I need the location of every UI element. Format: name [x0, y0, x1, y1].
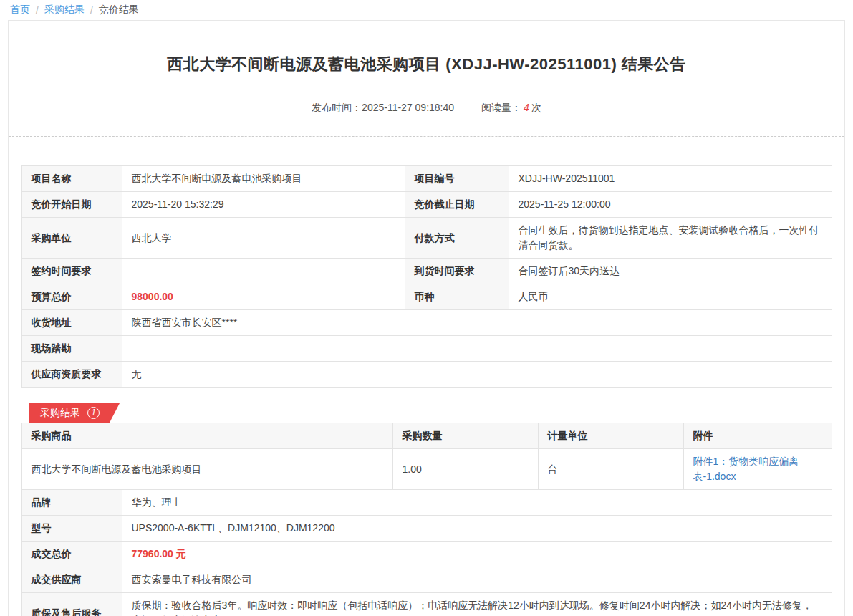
- project-info-table: 项目名称 西北大学不间断电源及蓄电池采购项目 项目编号 XDJJ-HW-2025…: [21, 165, 832, 388]
- page-title: 西北大学不间断电源及蓄电池采购项目 (XDJJ-HW-202511001) 结果…: [9, 54, 844, 75]
- field-value: 西北大学: [122, 218, 405, 259]
- table-row: 竞价开始日期 2025-11-20 15:32:29 竞价截止日期 2025-1…: [21, 192, 832, 218]
- field-value: 合同签订后30天内送达: [509, 259, 832, 284]
- field-value: [122, 259, 405, 284]
- column-header: 采购数量: [392, 423, 538, 449]
- deal-total-price: 77960.00 元: [122, 542, 832, 567]
- procurement-result-badge: 采购结果 1: [29, 403, 120, 423]
- field-value: 2025-11-20 15:32:29: [122, 192, 405, 218]
- field-value: 质保期：验收合格后3年。响应时效：即时响应（包括电话响应）；电话响应无法解决12…: [122, 593, 832, 616]
- product-row: 西北大学不间断电源及蓄电池采购项目 1.00 台 附件1：货物类响应偏离表-1.…: [21, 449, 832, 490]
- table-row: 签约时间要求 到货时间要求 合同签订后30天内送达: [21, 259, 832, 284]
- result-detail-table: 品牌 华为、理士 型号 UPS2000-A-6KTTL、DJM12100、DJM…: [21, 489, 832, 616]
- field-value: [122, 336, 832, 362]
- table-row: 供应商资质要求 无: [21, 362, 832, 388]
- field-label: 质保及售后服务: [21, 593, 122, 616]
- dashed-divider: [9, 136, 844, 137]
- breadcrumb-separator: /: [90, 4, 93, 16]
- field-value: XDJJ-HW-202511001: [509, 166, 832, 192]
- table-row: 项目名称 西北大学不间断电源及蓄电池采购项目 项目编号 XDJJ-HW-2025…: [21, 166, 832, 192]
- table-row: 预算总价 98000.00 币种 人民币: [21, 284, 832, 310]
- column-header: 附件: [683, 423, 832, 449]
- table-row: 成交总价 77960.00 元: [21, 542, 832, 567]
- field-value: 合同生效后，待货物到达指定地点、安装调试验收合格后，一次性付清合同货款。: [509, 218, 832, 259]
- budget-total-value: 98000.00: [122, 284, 405, 310]
- field-label: 项目编号: [405, 166, 509, 192]
- field-value: 西北大学不间断电源及蓄电池采购项目: [122, 166, 405, 192]
- field-label: 采购单位: [21, 218, 122, 259]
- table-row: 收货地址 陕西省西安市长安区****: [21, 310, 832, 336]
- field-label: 签约时间要求: [21, 259, 122, 284]
- field-value: 2025-11-25 12:00:00: [509, 192, 832, 218]
- field-value: UPS2000-A-6KTTL、DJM12100、DJM12200: [122, 516, 832, 542]
- product-quantity: 1.00: [392, 449, 538, 490]
- field-label: 到货时间要求: [405, 259, 509, 284]
- field-value: 陕西省西安市长安区****: [122, 310, 832, 336]
- table-row: 质保及售后服务 质保期：验收合格后3年。响应时效：即时响应（包括电话响应）；电话…: [21, 593, 832, 616]
- field-label: 供应商资质要求: [21, 362, 122, 388]
- table-row: 现场踏勘: [21, 336, 832, 362]
- views-unit: 次: [531, 102, 541, 113]
- field-label: 付款方式: [405, 218, 509, 259]
- product-name: 西北大学不间断电源及蓄电池采购项目: [21, 449, 392, 490]
- table-header-row: 采购商品 采购数量 计量单位 附件: [21, 423, 832, 449]
- views-count: 4: [524, 102, 529, 113]
- field-label: 品牌: [21, 490, 122, 516]
- result-product-table: 采购商品 采购数量 计量单位 附件 西北大学不间断电源及蓄电池采购项目 1.00…: [21, 423, 832, 490]
- breadcrumb-current-page: 竞价结果: [99, 4, 139, 16]
- field-value: 人民币: [509, 284, 832, 310]
- breadcrumb: 首页 / 采购结果 / 竞价结果: [0, 0, 853, 20]
- publish-info: 发布时间：2025-11-27 09:18:40阅读量：4次: [9, 102, 844, 115]
- badge-label: 采购结果: [40, 407, 80, 420]
- table-row: 采购单位 西北大学 付款方式 合同生效后，待货物到达指定地点、安装调试验收合格后…: [21, 218, 832, 259]
- field-label: 收货地址: [21, 310, 122, 336]
- breadcrumb-separator: /: [36, 4, 39, 16]
- field-label: 竞价截止日期: [405, 192, 509, 218]
- column-header: 计量单位: [538, 423, 683, 449]
- field-label: 成交供应商: [21, 567, 122, 593]
- publish-time-label: 发布时间：: [312, 102, 362, 113]
- field-value: 无: [122, 362, 832, 388]
- table-row: 成交供应商 西安索曼电子科技有限公司: [21, 567, 832, 593]
- field-label: 项目名称: [21, 166, 122, 192]
- field-label: 成交总价: [21, 542, 122, 567]
- field-value: 华为、理士: [122, 490, 832, 516]
- field-label: 预算总价: [21, 284, 122, 310]
- product-unit: 台: [538, 449, 683, 490]
- attachment-link[interactable]: 附件1：货物类响应偏离表-1.docx: [693, 454, 809, 484]
- breadcrumb-procurement-results-link[interactable]: 采购结果: [44, 4, 85, 16]
- announcement-card: 西北大学不间断电源及蓄电池采购项目 (XDJJ-HW-202511001) 结果…: [8, 20, 845, 616]
- publish-time-value: 2025-11-27 09:18:40: [362, 102, 454, 113]
- table-row: 品牌 华为、理士: [21, 490, 832, 516]
- table-row: 型号 UPS2000-A-6KTTL、DJM12100、DJM12200: [21, 516, 832, 542]
- badge-count-circle: 1: [87, 407, 100, 419]
- field-label: 型号: [21, 516, 122, 542]
- field-value: 西安索曼电子科技有限公司: [122, 567, 832, 593]
- column-header: 采购商品: [21, 423, 392, 449]
- field-label: 币种: [405, 284, 509, 310]
- field-label: 竞价开始日期: [21, 192, 122, 218]
- breadcrumb-home-link[interactable]: 首页: [10, 4, 30, 16]
- field-label: 现场踏勘: [21, 336, 122, 362]
- views-label: 阅读量：: [481, 102, 521, 113]
